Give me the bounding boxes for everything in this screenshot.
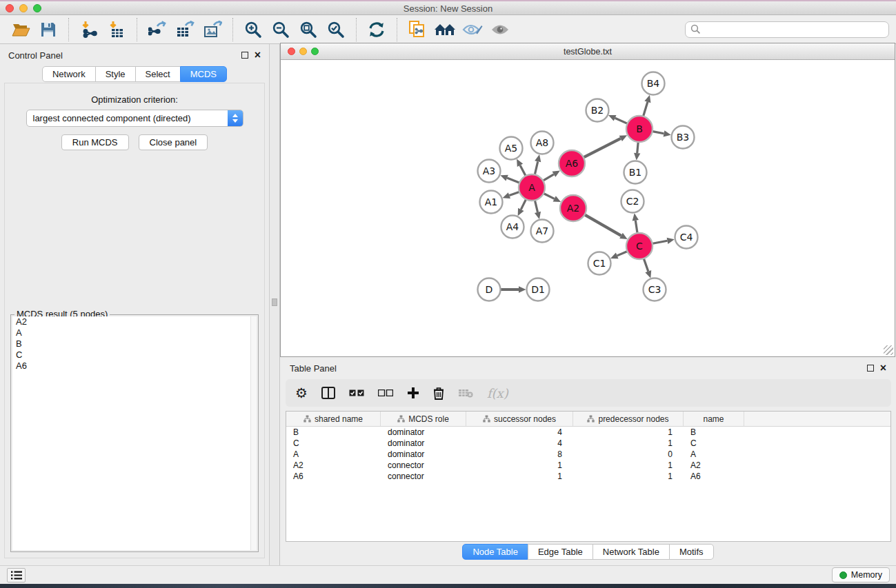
splitter-handle[interactable]	[272, 298, 277, 306]
result-scrollbar[interactable]	[250, 316, 257, 550]
network-window-titlebar[interactable]: testGlobe.txt	[281, 43, 895, 60]
export-table-icon[interactable]	[174, 19, 196, 41]
delete-row-icon[interactable]	[433, 387, 444, 400]
graph-node-A7[interactable]: A7	[531, 220, 554, 243]
result-item[interactable]: A2	[12, 316, 257, 327]
zoom-selected-icon[interactable]	[325, 19, 347, 41]
graph-node-B4[interactable]: B4	[642, 72, 665, 95]
close-panel-icon[interactable]: ×	[255, 52, 261, 59]
graph-node-C3[interactable]: C3	[644, 278, 666, 301]
graph-edge-C-C1[interactable]	[617, 252, 627, 256]
graph-edge-A-A5[interactable]	[520, 165, 526, 176]
tab-node-table[interactable]: Node Table	[462, 544, 528, 560]
zoom-fit-icon[interactable]	[297, 19, 319, 41]
graph-edge-C-C3[interactable]	[644, 258, 648, 271]
column-header-successor-nodes[interactable]: successor nodes	[466, 412, 573, 426]
import-network-icon[interactable]	[78, 19, 100, 41]
open-file-icon[interactable]	[10, 19, 32, 41]
graph-edge-A-A4[interactable]	[521, 200, 526, 210]
graph-edge-A2-C[interactable]	[585, 215, 621, 236]
table-row[interactable]: Bdominator41B	[286, 427, 890, 438]
graph-node-C4[interactable]: C4	[675, 226, 698, 249]
tab-mcds[interactable]: MCDS	[180, 66, 227, 82]
graph-edge-B-B4[interactable]	[644, 102, 648, 116]
graph-edge-B-B3[interactable]	[653, 132, 664, 134]
graph-edge-A-A3[interactable]	[507, 178, 519, 183]
save-session-icon[interactable]	[37, 19, 59, 41]
table-row[interactable]: A2connector11A2	[286, 460, 890, 471]
tab-network[interactable]: Network	[42, 66, 96, 82]
tab-select[interactable]: Select	[135, 66, 181, 82]
graph-node-B3[interactable]: B3	[672, 126, 695, 149]
graph-node-B1[interactable]: B1	[624, 161, 647, 184]
memory-button[interactable]: Memory	[832, 567, 890, 582]
import-table-icon[interactable]	[106, 19, 128, 41]
graph-edge-A-A2[interactable]	[544, 194, 554, 199]
float-table-panel-icon[interactable]	[867, 365, 874, 372]
vertical-splitter[interactable]	[270, 44, 280, 565]
graph-node-C1[interactable]: C1	[588, 252, 611, 275]
tab-motifs[interactable]: Motifs	[669, 544, 714, 560]
split-panel-icon[interactable]	[321, 387, 335, 399]
graph-node-D1[interactable]: D1	[527, 278, 550, 301]
column-header-name[interactable]: name	[684, 412, 744, 426]
table-settings-icon[interactable]: ⚙	[295, 386, 308, 400]
result-item[interactable]: A6	[12, 361, 257, 372]
resize-grip-icon[interactable]	[884, 345, 893, 355]
graph-node-A5[interactable]: A5	[500, 137, 523, 160]
graph-node-A[interactable]: A	[519, 174, 545, 201]
unselect-all-columns-icon[interactable]	[378, 389, 393, 396]
graph-node-A6[interactable]: A6	[559, 150, 585, 176]
show-all-icon[interactable]	[489, 19, 511, 41]
graph-edge-C-C4[interactable]	[653, 241, 667, 243]
result-item[interactable]: A	[12, 327, 257, 338]
result-item[interactable]: C	[12, 349, 257, 361]
network-canvas[interactable]: B4B2BB3A8A5A6A3B1AC2A1A2A4A7C4CC1C3DD1	[281, 61, 895, 356]
refresh-icon[interactable]	[366, 19, 388, 41]
graph-node-A2[interactable]: A2	[560, 195, 586, 221]
criterion-select[interactable]: largest connected component (directed)	[26, 110, 243, 127]
column-header-MCDS-role[interactable]: MCDS role	[381, 412, 466, 426]
export-network-icon[interactable]	[146, 19, 168, 41]
graph-node-C[interactable]: C	[626, 233, 653, 259]
result-item[interactable]: B	[12, 338, 257, 349]
tab-network-table[interactable]: Network Table	[593, 544, 670, 560]
network-graph[interactable]: B4B2BB3A8A5A6A3B1AC2A1A2A4A7C4CC1C3DD1	[281, 61, 895, 357]
table-row[interactable]: Adominator80A	[286, 449, 890, 460]
column-header-shared-name[interactable]: shared name	[286, 412, 381, 426]
tab-edge-table[interactable]: Edge Table	[528, 544, 593, 560]
add-row-icon[interactable]	[407, 387, 419, 399]
close-panel-button[interactable]: Close panel	[139, 134, 208, 150]
table-row[interactable]: Cdominator41C	[286, 438, 890, 449]
zoom-out-icon[interactable]	[270, 19, 292, 41]
graph-node-B[interactable]: B	[626, 116, 653, 142]
graph-edge-A6-B[interactable]	[584, 139, 620, 157]
run-mcds-button[interactable]: Run MCDS	[61, 134, 129, 150]
select-all-columns-icon[interactable]	[349, 389, 364, 396]
hide-selected-icon[interactable]	[461, 19, 484, 41]
export-image-icon[interactable]	[201, 19, 223, 41]
graph-edge-A-A7[interactable]	[535, 201, 538, 212]
graph-node-C2[interactable]: C2	[621, 190, 644, 213]
graph-node-A1[interactable]: A1	[480, 191, 503, 214]
graph-node-B2[interactable]: B2	[586, 99, 609, 122]
table-row[interactable]: A6connector11A6	[286, 471, 890, 482]
graph-edge-B-B1[interactable]	[637, 142, 639, 153]
float-panel-icon[interactable]	[241, 52, 248, 59]
graph-edge-A-A8[interactable]	[535, 161, 537, 174]
mcds-result-list[interactable]: A2ABCA6	[12, 316, 257, 550]
tab-style[interactable]: Style	[95, 66, 136, 82]
column-header-predecessor-nodes[interactable]: predecessor nodes	[573, 412, 684, 426]
first-neighbors-icon[interactable]	[434, 19, 456, 41]
close-table-panel-icon[interactable]: ×	[880, 365, 886, 372]
graph-edge-C-C2[interactable]	[635, 221, 637, 233]
graph-edge-A-A1[interactable]	[509, 192, 519, 196]
zoom-in-icon[interactable]	[242, 19, 264, 41]
graph-edge-B-B2[interactable]	[615, 118, 628, 123]
graph-node-A4[interactable]: A4	[501, 216, 524, 239]
graph-edge-A-A6[interactable]	[544, 174, 554, 181]
graph-node-A8[interactable]: A8	[531, 132, 554, 154]
graph-node-D[interactable]: D	[478, 278, 501, 301]
graph-node-A3[interactable]: A3	[478, 160, 501, 183]
task-history-button[interactable]	[7, 568, 26, 582]
